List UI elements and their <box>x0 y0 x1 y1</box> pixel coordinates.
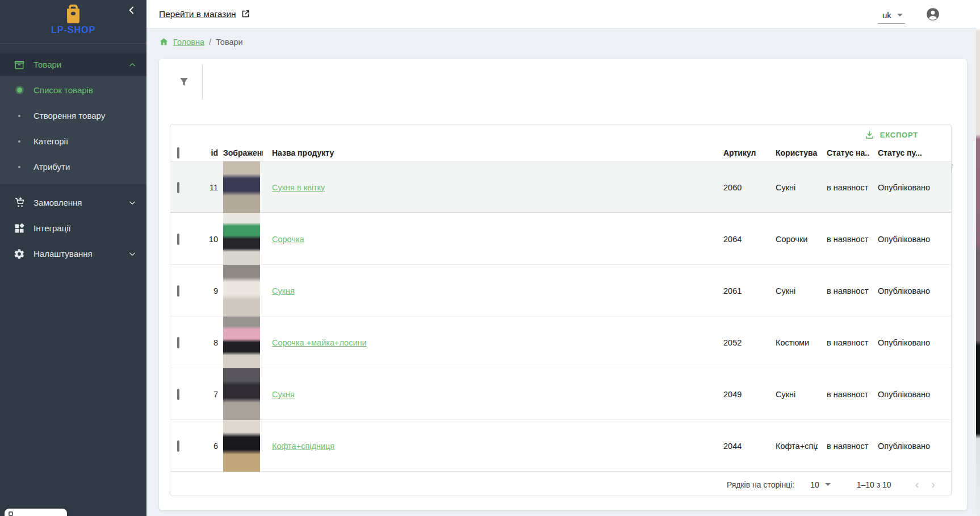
product-thumbnail[interactable] <box>223 265 260 317</box>
sidebar-item-create-product[interactable]: Створення товару <box>0 103 146 128</box>
cell-stock-status: в наявності <box>818 235 869 244</box>
product-thumbnail[interactable] <box>223 161 260 213</box>
account-circle-icon <box>925 7 940 22</box>
sidebar-item-integrations[interactable]: Інтеграції <box>0 215 146 241</box>
brand-name: LP-SHOP <box>0 25 146 35</box>
sidebar-item-attributes[interactable]: Атрибути <box>0 154 146 180</box>
product-thumbnail[interactable] <box>223 420 260 472</box>
language-value: uk <box>882 10 891 20</box>
chevron-down-icon <box>128 250 136 258</box>
sidebar-group-orders[interactable]: Замовлення <box>0 190 146 215</box>
sidebar-group-label: Товари <box>33 60 128 69</box>
breadcrumb: Головна / Товари <box>159 37 243 47</box>
row-checkbox[interactable] <box>177 337 179 348</box>
column-header-image[interactable]: Зображення <box>218 148 263 157</box>
cell-publish-status: Опубліковано <box>869 442 951 451</box>
cell-category: Сукні <box>767 183 818 192</box>
cell-category: Кофта+спідниц <box>767 442 818 451</box>
column-header-name[interactable]: Назва продукту <box>263 148 714 157</box>
cell-sku: 2064 <box>714 235 767 244</box>
column-header-publish-status[interactable]: Статус пу... <box>869 148 951 157</box>
row-checkbox[interactable] <box>177 234 179 245</box>
cell-id: 7 <box>194 390 218 399</box>
table-row: 11 Сукня в квітку 2060 Сукні в наявності… <box>170 161 951 213</box>
cell-stock-status: в наявності <box>818 286 869 296</box>
product-thumbnail[interactable] <box>223 213 260 265</box>
row-checkbox[interactable] <box>177 440 179 452</box>
gear-icon <box>12 247 26 261</box>
table-row: 6 Кофта+спідниця 2044 Кофта+спідниц в на… <box>170 420 951 472</box>
cell-category: Сукні <box>767 390 818 399</box>
bullet-icon <box>12 115 26 117</box>
table-row: 9 Сукня 2061 Сукні в наявності Опубліков… <box>170 265 951 317</box>
row-checkbox[interactable] <box>177 389 179 400</box>
sidebar-item-categories[interactable]: Категорії <box>0 128 146 154</box>
sidebar: LP-SHOP Товари Список товарів Створення … <box>0 0 146 516</box>
rows-per-page-select[interactable]: 10 <box>810 480 831 489</box>
sidebar-item-label: Список товарів <box>33 85 93 95</box>
filter-divider <box>202 65 203 98</box>
filter-bar <box>159 59 967 105</box>
cell-publish-status: Опубліковано <box>869 390 951 399</box>
bullet-icon <box>12 140 26 143</box>
sidebar-submenu-products: Список товарів Створення товару Категорі… <box>0 76 146 184</box>
cell-category: Сорочки <box>767 235 818 244</box>
cell-publish-status: Опубліковано <box>869 338 951 347</box>
products-table: ЕКСПОРТ id Зображення Назва продукту Арт… <box>170 124 952 496</box>
sidebar-group-settings[interactable]: Налаштування <box>0 241 146 267</box>
product-thumbnail[interactable] <box>223 317 260 368</box>
column-header-id[interactable]: id <box>194 148 218 157</box>
widgets-icon <box>12 222 26 235</box>
language-select[interactable]: uk <box>878 7 905 24</box>
product-name-link[interactable]: Сукня в квітку <box>272 183 325 192</box>
previous-page-button[interactable]: ‹ <box>915 478 919 491</box>
export-button[interactable]: ЕКСПОРТ <box>865 130 918 140</box>
export-label: ЕКСПОРТ <box>880 131 918 139</box>
product-name-link[interactable]: Сорочка <box>272 235 304 244</box>
sidebar-group-label: Замовлення <box>33 198 128 207</box>
column-header-sku[interactable]: Артикул <box>714 148 767 157</box>
product-thumbnail[interactable] <box>223 368 260 420</box>
filter-funnel-icon[interactable] <box>178 76 190 88</box>
account-avatar-button[interactable] <box>925 7 940 22</box>
row-checkbox[interactable] <box>177 285 179 297</box>
download-icon <box>865 130 874 140</box>
cell-publish-status: Опубліковано <box>869 235 951 244</box>
table-body: 11 Сукня в квітку 2060 Сукні в наявності… <box>170 161 951 472</box>
row-checkbox[interactable] <box>177 182 179 193</box>
sidebar-item-product-list[interactable]: Список товарів <box>0 77 146 103</box>
chevron-up-icon <box>128 61 136 69</box>
cell-id: 8 <box>194 338 218 347</box>
product-name-link[interactable]: Кофта+спідниця <box>272 442 334 451</box>
cell-id: 9 <box>194 286 218 296</box>
export-row: ЕКСПОРТ <box>170 124 951 145</box>
breadcrumb-separator: / <box>209 38 211 47</box>
sidebar-group-products[interactable]: Товари <box>0 53 146 76</box>
sidebar-item-label: Категорії <box>33 136 68 146</box>
cell-publish-status: Опубліковано <box>869 183 951 192</box>
brand-logo[interactable]: LP-SHOP <box>0 0 146 35</box>
table-row: 10 Сорочка 2064 Сорочки в наявності Опуб… <box>170 213 951 265</box>
cell-stock-status: в наявності <box>818 390 869 399</box>
bullet-icon <box>12 166 26 168</box>
column-header-category[interactable]: Користува... <box>767 148 818 157</box>
product-name-link[interactable]: Сорочка +майка+лосини <box>272 338 367 347</box>
cell-id: 11 <box>194 183 218 192</box>
cell-sku: 2052 <box>714 338 767 347</box>
next-page-button[interactable]: › <box>931 478 935 491</box>
popup-icon <box>9 511 13 516</box>
product-name-link[interactable]: Сукня <box>272 390 295 399</box>
breadcrumb-home-link[interactable]: Головна <box>173 38 204 47</box>
cell-category: Сукні <box>767 286 818 296</box>
select-all-checkbox[interactable] <box>177 147 179 159</box>
rows-per-page-value: 10 <box>810 480 819 489</box>
cell-sku: 2061 <box>714 286 767 296</box>
sidebar-collapse-button[interactable] <box>127 6 136 15</box>
box-icon <box>12 58 26 72</box>
product-name-link[interactable]: Сукня <box>272 286 295 296</box>
bottom-left-popup[interactable] <box>5 509 67 516</box>
table-header-row: id Зображення Назва продукту Артикул Кор… <box>170 145 951 161</box>
go-to-store-link[interactable]: Перейти в магазин <box>159 9 250 19</box>
shopping-bag-icon <box>65 5 82 24</box>
column-header-stock-status[interactable]: Статус на... <box>818 148 869 157</box>
